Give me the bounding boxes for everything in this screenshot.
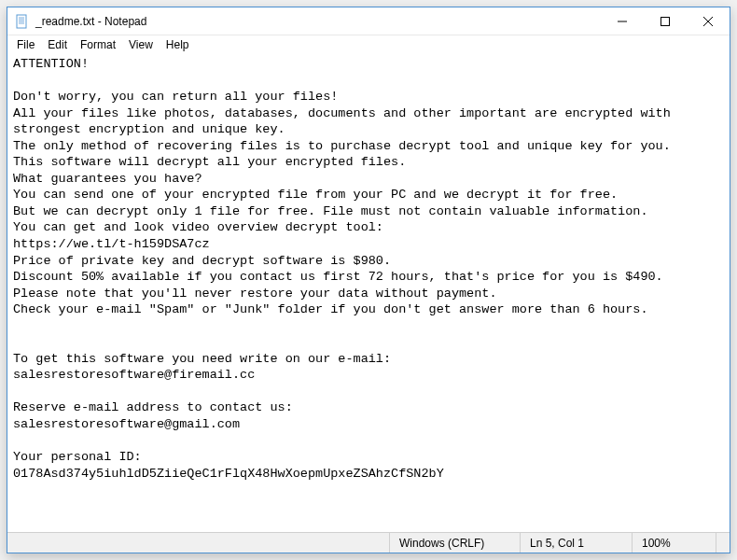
notepad-icon [15,14,30,29]
status-zoom: 100% [632,533,716,553]
notepad-window: _readme.txt - Notepad File Edit Format V… [7,7,730,553]
maximize-button[interactable] [644,7,687,35]
menu-help[interactable]: Help [160,37,195,52]
titlebar-left: _readme.txt - Notepad [7,14,146,29]
titlebar: _readme.txt - Notepad [7,7,730,35]
status-position: Ln 5, Col 1 [520,533,632,553]
text-area[interactable]: ATTENTION! Don't worry, you can return a… [7,54,730,532]
minimize-icon [618,17,627,26]
menubar: File Edit Format View Help [7,35,730,54]
close-button[interactable] [687,7,730,35]
status-pad [716,533,730,553]
statusbar: Windows (CRLF) Ln 5, Col 1 100% [7,532,730,553]
minimize-button[interactable] [601,7,644,35]
status-encoding: Windows (CRLF) [389,533,520,553]
window-title: _readme.txt - Notepad [35,15,146,28]
menu-file[interactable]: File [11,37,40,52]
menu-view[interactable]: View [123,37,159,52]
close-icon [703,17,713,26]
menu-format[interactable]: Format [75,37,121,52]
svg-rect-6 [661,17,670,25]
menu-edit[interactable]: Edit [42,37,73,52]
maximize-icon [661,17,670,26]
window-controls [601,7,730,35]
